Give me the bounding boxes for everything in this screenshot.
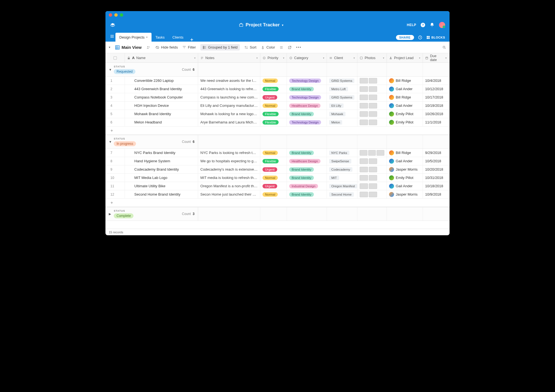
cell-project-lead[interactable]: Emily Pillot [387, 118, 423, 126]
cell-client[interactable]: Mohawk [327, 110, 357, 118]
cell-project-lead[interactable]: Bill Ridge [387, 93, 423, 101]
cell-project-lead[interactable]: Emily Pillot [387, 110, 423, 118]
view-switcher[interactable]: Main View [115, 45, 142, 50]
table-row[interactable]: 2443 Greenwich Brand Identity443 Greenwi… [105, 85, 450, 93]
photo-thumbnail[interactable] [360, 175, 368, 181]
cell-category[interactable]: Brand Identity [287, 190, 327, 198]
cell-notes[interactable]: Secon Home just launched their ne… [198, 190, 260, 198]
cell-due-date[interactable]: 10/9/2018 [423, 190, 449, 198]
photo-thumbnail[interactable] [360, 158, 368, 164]
header-category[interactable]: Category▾ [287, 53, 327, 62]
cell-name[interactable]: Hand Hygiene System [125, 157, 198, 165]
photo-thumbnail[interactable] [360, 111, 368, 117]
share-view-icon[interactable] [288, 45, 292, 49]
cell-priority[interactable]: Normal [260, 190, 287, 198]
header-due-date[interactable]: Due date▾ [423, 53, 449, 62]
blocks-button[interactable]: BLOCKS [426, 36, 445, 39]
photo-thumbnail[interactable] [369, 78, 377, 84]
photo-thumbnail[interactable] [368, 150, 376, 156]
notifications-icon[interactable] [430, 22, 435, 27]
cell-priority[interactable]: Urgent [260, 182, 287, 190]
cell-notes[interactable]: Mohawk is looking for a new logo th… [198, 110, 260, 118]
cell-category[interactable]: Brand Identity [287, 149, 327, 157]
cell-photos[interactable] [357, 157, 387, 165]
cell-name[interactable]: NYC Parks Brand Identity [125, 149, 198, 157]
help-icon[interactable]: ? [421, 23, 425, 27]
cell-name[interactable]: Mohawk Brand Identity [125, 110, 198, 118]
cell-name[interactable]: Convertible 2260 Laptop [125, 77, 198, 85]
cell-photos[interactable] [357, 182, 387, 190]
cell-photos[interactable] [357, 85, 387, 93]
cell-client[interactable]: Eli Lilly [327, 102, 357, 110]
photo-thumbnail[interactable] [360, 78, 368, 84]
cell-notes[interactable]: We need creative assets for the lau… [198, 77, 260, 85]
cell-category[interactable]: Brand Identity [287, 165, 327, 173]
cell-notes[interactable]: Codecademy's reach is extensive a… [198, 165, 260, 173]
cell-category[interactable]: Industrial Design [287, 182, 327, 190]
header-client[interactable]: Client▾ [327, 53, 357, 62]
cell-client[interactable]: Codecademy [327, 165, 357, 173]
photo-thumbnail[interactable] [369, 111, 377, 117]
add-row-button[interactable]: + [105, 199, 450, 207]
cell-client[interactable]: MIT [327, 174, 357, 182]
cell-project-lead[interactable]: Gail Ander [387, 85, 423, 93]
filter-button[interactable]: Filter [182, 45, 196, 49]
collaborators-icon[interactable] [146, 45, 151, 49]
cell-priority[interactable]: Normal [260, 102, 287, 110]
cell-name[interactable]: Compass Notebook Computer [125, 93, 198, 101]
photo-thumbnail[interactable] [360, 86, 368, 92]
cell-notes[interactable]: Eli Lilly and Company manufactures… [198, 102, 260, 110]
photo-thumbnail[interactable] [369, 192, 377, 197]
cell-category[interactable]: Brand Identity [287, 110, 327, 118]
cell-category[interactable]: Healthcare Design [287, 102, 327, 110]
cell-photos[interactable] [357, 174, 387, 182]
cell-name[interactable]: Second Home Brand Identity [125, 190, 198, 198]
search-icon[interactable] [442, 45, 446, 49]
cell-priority[interactable]: Flexible [260, 110, 287, 118]
history-icon[interactable] [418, 35, 422, 40]
cell-due-date[interactable]: 10/19/2018 [423, 102, 449, 110]
cell-project-lead[interactable]: Gail Ander [387, 157, 423, 165]
cell-notes[interactable]: Arye Barnehama and Laura Michelle… [198, 118, 260, 126]
photo-thumbnail[interactable] [360, 192, 368, 197]
menu-icon[interactable] [109, 31, 115, 42]
table-row[interactable]: 10MIT Media Lab LogoMIT media is looking… [105, 174, 450, 182]
photo-thumbnail[interactable] [369, 86, 377, 92]
table-row[interactable]: 12Second Home Brand IdentitySecon Home j… [105, 190, 450, 199]
cell-project-lead[interactable]: Jasper Morris [387, 165, 423, 173]
cell-project-lead[interactable]: Bill Ridge [387, 149, 423, 157]
cell-priority[interactable]: Flexible [260, 118, 287, 126]
cell-due-date[interactable]: 10/4/2018 [423, 77, 449, 85]
cell-due-date[interactable]: 10/31/2018 [423, 174, 449, 182]
cell-notes[interactable]: We go to hospitals expecting to get… [198, 157, 260, 165]
cell-project-lead[interactable]: Gail Ander [387, 102, 423, 110]
add-row-button[interactable]: + [105, 127, 450, 135]
photo-thumbnail[interactable] [360, 150, 367, 156]
cell-client[interactable]: Metro Loft [327, 85, 357, 93]
cell-notes[interactable]: 443 Greenwich is looking to refresh… [198, 85, 260, 93]
photo-thumbnail[interactable] [360, 167, 368, 172]
tab-design-projects[interactable]: Design Projects ▾ [115, 33, 152, 42]
cell-notes[interactable]: MIT media is looking to refresh thei… [198, 174, 260, 182]
cell-client[interactable]: NYC Parks [327, 149, 357, 157]
window-zoom-icon[interactable] [120, 13, 123, 17]
row-height-icon[interactable] [279, 45, 283, 49]
photo-thumbnail[interactable] [369, 103, 377, 108]
photo-thumbnail[interactable] [360, 103, 368, 108]
cell-due-date[interactable]: 9/29/2018 [423, 149, 449, 157]
cell-priority[interactable]: Urgent [260, 165, 287, 173]
cell-project-lead[interactable]: Bill Ridge [387, 77, 423, 85]
cell-priority[interactable]: Normal [260, 174, 287, 182]
cell-photos[interactable] [357, 77, 387, 85]
cell-name[interactable]: 443 Greenwich Brand Identity [125, 85, 198, 93]
color-button[interactable]: Color [261, 45, 275, 49]
cell-client[interactable]: Second Home [327, 190, 357, 198]
cell-priority[interactable]: Urgent [260, 93, 287, 101]
photo-thumbnail[interactable] [360, 95, 368, 100]
cell-due-date[interactable]: 10/5/2018 [423, 157, 449, 165]
cell-priority[interactable]: Flexible [260, 85, 287, 93]
header-select-all[interactable] [105, 53, 125, 62]
photo-thumbnail[interactable] [369, 183, 377, 189]
table-row[interactable]: 6Melon HeadbandArye Barnehama and Laura … [105, 118, 450, 127]
group-toggle-icon[interactable]: ▶ [109, 212, 114, 216]
